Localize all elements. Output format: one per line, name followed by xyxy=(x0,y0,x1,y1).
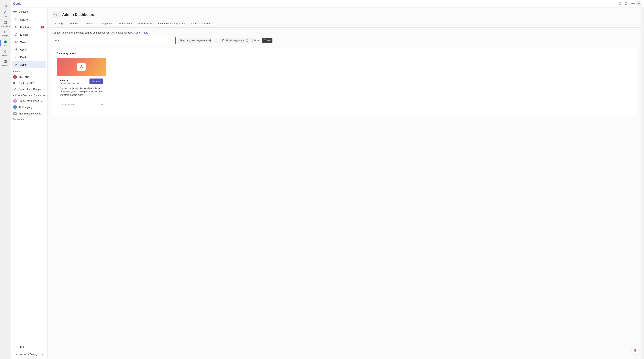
rail-label: Connections xyxy=(0,25,10,27)
svg-point-38 xyxy=(82,67,83,68)
rail-label: Goals xyxy=(3,45,8,47)
feed-icon xyxy=(14,55,18,59)
group-item[interactable]: AC All Company xyxy=(10,104,47,110)
rail-item-learning[interactable]: Learning xyxy=(0,58,10,68)
rail-item-viva[interactable]: Viva xyxy=(0,9,10,19)
rail-label: Engage xyxy=(2,35,8,37)
sidebar-item-help[interactable]: ? Help xyxy=(12,344,46,350)
sidebar-label: Explorer xyxy=(20,33,41,36)
svg-point-18 xyxy=(15,19,17,21)
svg-point-37 xyxy=(80,67,81,68)
insights-icon xyxy=(3,50,8,54)
pinned-item-contoso-okrs[interactable]: Contoso OKRs xyxy=(10,80,47,86)
tab-members[interactable]: Members xyxy=(67,20,83,27)
show-new-toggle[interactable]: Show only new integrations xyxy=(178,38,218,43)
learn-more-link[interactable]: Learn more xyxy=(136,31,148,34)
group-item[interactable]: In Identify new revenue … xyxy=(10,110,47,117)
rail-item-insights[interactable]: Insights xyxy=(0,48,10,58)
engage-icon xyxy=(3,30,8,35)
notification-badge: 9 xyxy=(40,26,44,29)
sidebar: Contoso ⌄ Search Notifications 9 Explore… xyxy=(10,8,48,359)
svg-rect-35 xyxy=(265,41,266,42)
integrations-panel: Data Integrations Asana Project Man xyxy=(52,48,637,115)
tab-integrations[interactable]: Integrations xyxy=(135,20,155,27)
learning-icon xyxy=(3,59,8,64)
avatar-icon xyxy=(13,75,17,79)
admin-tabs: Settings Members Teams Time periods Noti… xyxy=(48,20,642,28)
pinned-item-social-media[interactable]: Social Media Campaign… xyxy=(10,86,47,92)
toggle-switch[interactable] xyxy=(208,39,215,42)
svg-point-24 xyxy=(16,64,17,65)
tab-teams[interactable]: Teams xyxy=(83,20,96,27)
rail-item-engage[interactable]: Engage xyxy=(0,29,10,38)
rail-item-connections[interactable]: Connections xyxy=(0,19,10,29)
user-avatar[interactable]: AV xyxy=(636,1,642,6)
collapse-sidebar-icon[interactable]: « xyxy=(42,353,44,356)
sidebar-label: Teams xyxy=(20,41,44,44)
tenant-name: Contoso xyxy=(19,10,41,13)
chevron-down-icon: ▾ xyxy=(13,71,14,73)
view-list-button[interactable]: List xyxy=(252,38,262,43)
group-label: All Company xyxy=(19,106,32,109)
teams-icon xyxy=(14,40,18,44)
rail-label: Viva xyxy=(4,15,7,17)
asana-logo-icon xyxy=(77,63,86,71)
sidebar-item-notifications[interactable]: Notifications 9 xyxy=(12,24,46,31)
svg-point-7 xyxy=(5,6,6,7)
sidebar-label: Help xyxy=(20,346,44,348)
viva-icon xyxy=(3,11,8,15)
sidebar-item-admin[interactable]: Admin xyxy=(12,61,46,68)
integration-search-box[interactable] xyxy=(52,37,176,44)
sidebar-item-feed[interactable]: Feed xyxy=(12,54,46,61)
sidebar-item-search[interactable]: Search xyxy=(12,16,46,23)
pinned-item-my-okrs[interactable]: My OKRs xyxy=(10,74,47,80)
group-avatar: In xyxy=(13,112,17,115)
bell-icon xyxy=(14,25,18,29)
panel-title: Data Integrations xyxy=(57,52,632,55)
brand-label: Goals xyxy=(13,2,21,6)
enable-button[interactable]: Enable xyxy=(90,79,103,84)
list-icon xyxy=(254,40,256,42)
svg-point-5 xyxy=(6,5,6,6)
external-link-icon[interactable] xyxy=(100,103,103,106)
group-avatar: AC xyxy=(13,105,17,109)
view-grid-button[interactable]: Grid xyxy=(262,38,272,43)
scrollbar[interactable] xyxy=(642,8,644,359)
rail-item-goals[interactable]: Goals xyxy=(0,38,10,48)
tab-time-periods[interactable]: Time periods xyxy=(96,20,116,27)
tab-okr-model[interactable]: OKR model configuration xyxy=(155,20,188,27)
svg-point-20 xyxy=(15,42,16,42)
integration-search-input[interactable] xyxy=(55,39,173,42)
tenant-selector[interactable]: Contoso ⌄ xyxy=(10,8,47,16)
add-icon[interactable]: + xyxy=(43,94,45,97)
section-label: Pinned xyxy=(15,70,22,73)
sidebar-item-users[interactable]: Users xyxy=(12,46,46,53)
group-item[interactable]: PI Project for the web (i… xyxy=(10,98,47,104)
settings-icon[interactable]: ▾ xyxy=(630,1,636,7)
sidebar-item-teams[interactable]: Teams xyxy=(12,39,46,46)
sidebar-item-account-settings[interactable]: Account Settings « xyxy=(12,351,46,357)
sidebar-item-explorer[interactable]: Explorer › xyxy=(12,31,46,38)
compass-icon xyxy=(14,33,18,37)
toggle-label: Show only new integrations xyxy=(180,39,207,42)
connections-icon xyxy=(3,20,8,25)
search-icon xyxy=(14,18,18,22)
integration-card-asana: Asana Project Management Enable Connect … xyxy=(57,58,106,108)
notify-integrations-button[interactable]: Notify integrations i xyxy=(220,38,250,43)
groups-section-header[interactable]: ▾ Create Team from Groups + xyxy=(10,92,47,98)
pinned-section-header[interactable]: ▾ Pinned xyxy=(10,68,47,74)
svg-text:?: ? xyxy=(16,346,16,348)
svg-point-22 xyxy=(16,49,17,50)
app-launcher-icon[interactable] xyxy=(2,2,9,9)
tab-notifications[interactable]: Notifications xyxy=(116,20,135,27)
tips-icon[interactable] xyxy=(617,1,624,7)
grid-icon xyxy=(264,40,266,42)
translate-icon[interactable] xyxy=(624,1,630,7)
show-more-link[interactable]: Show more xyxy=(10,117,47,122)
tab-okrs-initiatives[interactable]: OKRs & Initiatives xyxy=(188,20,214,27)
notify-label: Notify integrations xyxy=(226,39,244,42)
tab-settings[interactable]: Settings xyxy=(52,20,67,27)
svg-point-27 xyxy=(15,89,16,89)
copilot-fab[interactable] xyxy=(632,347,639,354)
documentation-link[interactable]: Documentation xyxy=(60,103,75,106)
